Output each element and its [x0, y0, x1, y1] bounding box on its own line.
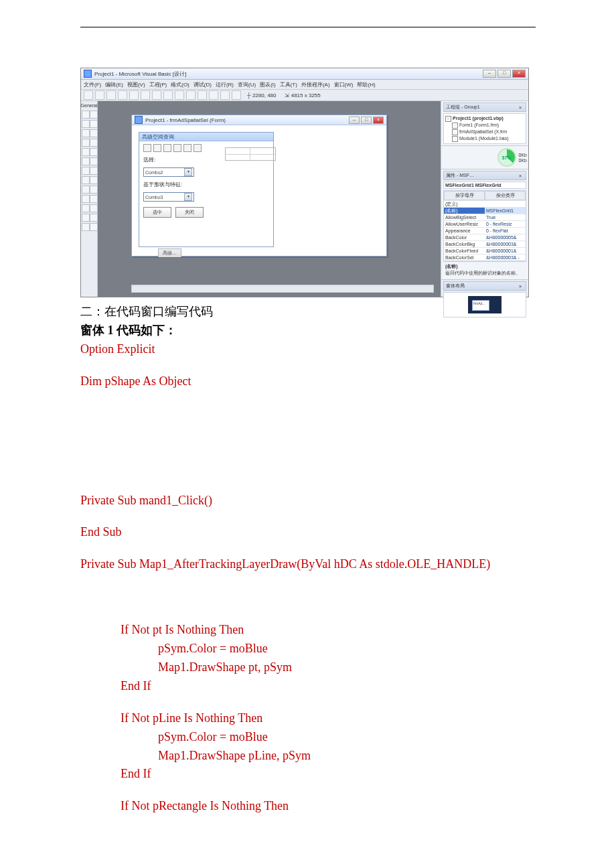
toolbar-button[interactable]	[220, 90, 230, 100]
tool-dir[interactable]	[82, 176, 90, 184]
close-button[interactable]: ×	[373, 117, 384, 124]
toolbar-button[interactable]	[95, 90, 104, 100]
toolbar-button[interactable]	[152, 90, 161, 100]
menu-debug[interactable]: 调试(D)	[194, 81, 212, 88]
select-button[interactable]: 选中	[143, 207, 171, 218]
tool-icon[interactable]	[183, 144, 191, 152]
tool-custom[interactable]	[90, 223, 98, 231]
hidden-tab[interactable]: 高级…	[158, 248, 181, 257]
toolbar-button[interactable]	[186, 90, 196, 100]
tool-timer[interactable]	[82, 167, 90, 175]
menu-tools[interactable]: 工具(T)	[280, 81, 297, 88]
menu-format[interactable]: 格式(O)	[171, 81, 189, 88]
property-row[interactable]: BackColorFixed&H80000001&	[444, 247, 526, 254]
horizontal-scrollbar[interactable]	[131, 285, 434, 293]
tool-combo[interactable]	[82, 148, 90, 156]
form-preview[interactable]: frmAd…	[472, 300, 489, 311]
tool-drive[interactable]	[90, 167, 98, 175]
menu-edit[interactable]: 编辑(E)	[105, 81, 123, 88]
screen-preview[interactable]: frmAd…	[468, 296, 502, 313]
toolbar-button[interactable]	[118, 90, 127, 100]
toolbar-button[interactable]	[175, 90, 184, 100]
tool-icon[interactable]	[173, 144, 181, 152]
toolbar-button[interactable]	[232, 90, 241, 100]
tool-icon[interactable]	[153, 144, 161, 152]
project-tree[interactable]: −Project1 (project1.vbp) ·Form1 (Form1.f…	[443, 113, 526, 144]
tool-list[interactable]	[90, 148, 98, 156]
tool-icon[interactable]	[143, 144, 151, 152]
chevron-down-icon: ▾	[184, 168, 192, 176]
tool-custom[interactable]	[90, 214, 98, 222]
property-row[interactable]: BackColorSel&H80000003& -	[444, 254, 526, 261]
tool-frame[interactable]	[82, 129, 90, 137]
tool-icon[interactable]	[194, 144, 202, 152]
tool-ole[interactable]	[82, 204, 90, 212]
tool-file[interactable]	[90, 176, 98, 184]
object-selector[interactable]: MSFlexGrid1 MSFlexGrid	[443, 182, 526, 189]
property-row[interactable]: AllowUserResiz0 - flexResiz	[444, 220, 526, 227]
close-icon[interactable]: ×	[517, 105, 524, 110]
panel-title: 工程组 - Group1	[446, 104, 480, 111]
menu-help[interactable]: 帮助(H)	[357, 81, 375, 88]
tool-picture[interactable]	[90, 111, 98, 119]
close-button[interactable]: ×	[512, 70, 526, 78]
tool-custom[interactable]	[82, 223, 90, 231]
close-icon[interactable]: ×	[517, 284, 524, 289]
property-row[interactable]: Appearance0 - flexFlat	[444, 227, 526, 234]
toolbar-button[interactable]	[129, 90, 139, 100]
tool-custom[interactable]	[82, 214, 90, 222]
maximize-button[interactable]: □	[361, 117, 372, 124]
form-designer-window[interactable]: Project1 - frmAdSpatialSel (Form) – □ × …	[131, 115, 387, 257]
page-rule	[80, 27, 536, 27]
minimize-button[interactable]: –	[349, 117, 360, 124]
property-description: (名称) 返回代码中使用的标识对象的名称。	[443, 261, 526, 278]
toolbar-button[interactable]	[163, 90, 173, 100]
tool-data[interactable]	[90, 195, 98, 203]
minimize-button[interactable]: –	[483, 70, 496, 78]
combo3[interactable]: Combo3▾	[143, 192, 194, 202]
code-line: If Not pt Is Nothing Then	[80, 621, 536, 640]
menu-window[interactable]: 窗口(W)	[334, 81, 354, 88]
property-row[interactable]: (名称)MSFlexGrid1	[444, 207, 526, 214]
form-window-title: Project1 - frmAdSpatialSel (Form)	[145, 117, 226, 123]
tool-image[interactable]	[82, 195, 90, 203]
property-row[interactable]: BackColorBkg&H80000003&	[444, 240, 526, 247]
toolbar-button[interactable]	[84, 90, 93, 100]
tool-icon[interactable]	[163, 144, 171, 152]
menu-diagram[interactable]: 图表(I)	[260, 81, 276, 88]
tool-option[interactable]	[90, 139, 98, 147]
tab-alpha[interactable]: 按字母序	[444, 191, 485, 200]
tool-checkbox[interactable]	[82, 139, 90, 147]
combo2[interactable]: Combo2▾	[143, 167, 194, 177]
property-row[interactable]: AllowBigSelectTrue	[444, 214, 526, 220]
menu-view[interactable]: 视图(V)	[127, 81, 145, 88]
menu-run[interactable]: 运行(R)	[216, 81, 234, 88]
msflexgrid-control[interactable]	[225, 147, 276, 161]
toolbar-button[interactable]	[141, 90, 150, 100]
menu-query[interactable]: 查询(U)	[238, 81, 256, 88]
code-line: Private Sub Map1_AfterTrackingLayerDraw(…	[80, 555, 536, 574]
tool-hscroll[interactable]	[82, 157, 90, 165]
tool-textbox[interactable]	[90, 120, 98, 128]
tool-shape[interactable]	[82, 186, 90, 194]
code-line: Map1.DrawShape pLine, pSym	[80, 747, 536, 766]
design-form[interactable]: 高级空间查询 选择: C	[139, 132, 274, 247]
tool-vscroll[interactable]	[90, 157, 98, 165]
menu-file[interactable]: 文件(F)	[84, 81, 101, 88]
tool-pointer[interactable]	[82, 111, 90, 119]
maximize-button[interactable]: □	[497, 70, 511, 78]
close-button[interactable]: 关闭	[175, 207, 204, 218]
toolbar-button[interactable]	[209, 90, 218, 100]
close-icon[interactable]: ×	[517, 173, 524, 178]
toolbar-button[interactable]	[106, 90, 116, 100]
menu-project[interactable]: 工程(P)	[149, 81, 167, 88]
tool-line[interactable]	[90, 186, 98, 194]
property-row[interactable]: BackColor&H80000005&	[444, 234, 526, 240]
tool-button[interactable]	[90, 129, 98, 137]
toolbar-button[interactable]	[198, 90, 207, 100]
tool-custom[interactable]	[90, 204, 98, 212]
tab-category[interactable]: 按分类序	[485, 191, 526, 200]
menu-addins[interactable]: 外接程序(A)	[301, 81, 330, 88]
tool-label[interactable]	[82, 120, 90, 128]
panel-title: 属性 - MSF…	[446, 172, 474, 179]
